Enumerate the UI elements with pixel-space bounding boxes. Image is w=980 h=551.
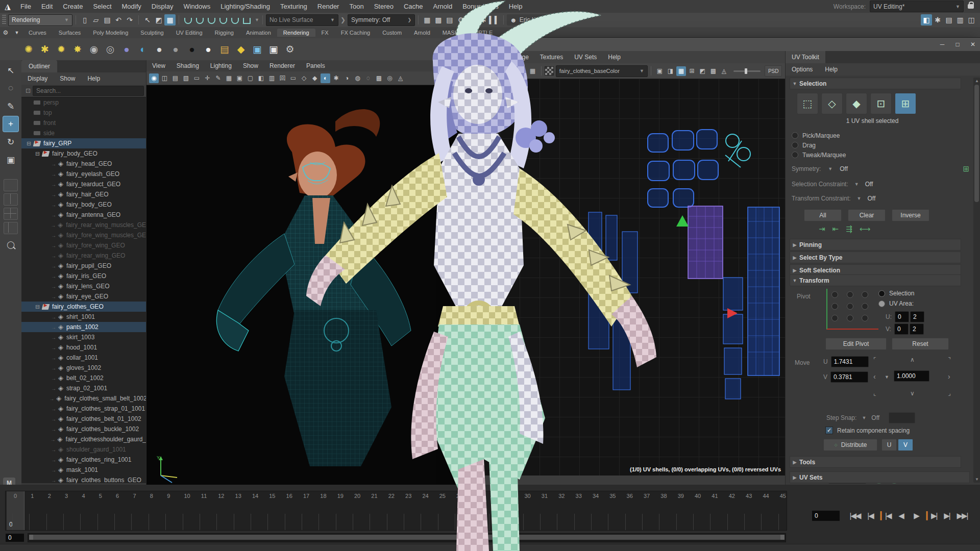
move-v-field[interactable]: 0.3781 (830, 371, 868, 383)
uv-dim-image-icon[interactable]: ◨ (666, 66, 675, 76)
account-menu[interactable]: ☻ Eric Keller ▼ (507, 14, 560, 26)
outliner-item[interactable]: ⊟→ ◈ shirt_1001 (21, 312, 146, 322)
shelf-paint-icon[interactable]: ◆ (233, 42, 249, 57)
menubar-item[interactable]: Arnold (428, 3, 458, 10)
go-to-end-button[interactable]: ▶▶| (954, 509, 970, 522)
reset-pivot-button[interactable]: Reset (892, 338, 949, 350)
outliner-tab[interactable]: Outliner (21, 60, 57, 72)
uv-editor-menu-item[interactable]: Textures (534, 54, 569, 61)
hypershade-icon[interactable]: ◐ (467, 14, 478, 26)
uv-cut-icon[interactable]: ✂ (506, 66, 516, 76)
nudge-down-right-icon[interactable]: ⌟ (948, 390, 951, 397)
select-component-icon[interactable]: ▦ (164, 14, 176, 26)
viewport-menu-item[interactable]: View (146, 62, 171, 69)
step-forward-frame-button[interactable]: ▶| (939, 509, 954, 522)
pivot-uvarea-radio[interactable]: UV Area: (878, 300, 914, 307)
symmetry-selector[interactable]: Symmetry: Off❯ (348, 14, 415, 26)
time-slider[interactable]: 0 01234567891011121314151617181920212223… (5, 491, 787, 531)
attribute-editor-icon[interactable]: ▤ (943, 14, 954, 26)
snap-to-view-plane-icon[interactable] (231, 18, 239, 24)
shelf-ramp-icon[interactable]: ▤ (217, 42, 232, 57)
viewport-menu-item[interactable]: Show (237, 62, 264, 69)
go-to-start-button[interactable]: |◀◀ (847, 509, 863, 522)
save-scene-icon[interactable]: ▤ (102, 14, 113, 26)
nudge-up-left-icon[interactable]: ⌜ (873, 356, 876, 363)
distribute-v-button[interactable]: V (898, 439, 913, 451)
uv-shell-mode-icon[interactable]: ⊞ (895, 93, 916, 114)
outliner-item[interactable]: ⊟→ fairy_clothes_GEO (21, 302, 146, 312)
symmetry-grid-icon[interactable]: ⊞ (963, 164, 969, 173)
range-slider[interactable]: 0 (5, 533, 786, 543)
shelf-directional-light-icon[interactable]: ✸ (70, 42, 85, 57)
uv-point-mode-icon[interactable]: ⊡ (870, 93, 892, 114)
outliner-item[interactable]: ⊟→ ◈ belt_02_1002 (21, 373, 146, 383)
viewport-wireframe-icon[interactable]: ◇ (299, 73, 309, 83)
select-tool-icon[interactable]: ↖ (3, 63, 18, 78)
nudge-right-icon[interactable]: › (948, 372, 950, 381)
outliner-item[interactable]: ⊟→ ◈ fairy_iris_GEO (21, 271, 146, 281)
outliner-item[interactable]: ⊟→ ◈ fairy_clothes_strap_01_1001 (21, 404, 146, 414)
shelf-ipr-icon[interactable]: ▣ (266, 42, 281, 57)
pick-mode-radio[interactable]: Tweak/Marquee (792, 150, 846, 160)
viewport-isolate-select-icon[interactable]: ◬ (396, 73, 405, 83)
select-shell-icon[interactable]: ⇶ (846, 224, 852, 234)
viewport-safe-title-icon[interactable]: ▭ (288, 73, 298, 83)
uv-display-rgb-icon[interactable]: ▣ (655, 66, 665, 76)
shelf-camera-aim-icon[interactable]: ◎ (103, 42, 118, 57)
outliner-item[interactable]: ⊟→ ◈ fairy_clothesshoulder_gaurd_ (21, 434, 146, 444)
viewport-menu-item[interactable]: Panels (301, 62, 331, 69)
menubar-item[interactable]: Modify (117, 3, 146, 10)
menubar-item[interactable]: File (15, 3, 36, 10)
viewport-image-plane-icon[interactable]: ▭ (192, 73, 202, 83)
uv-toolkit-tab[interactable]: UV Toolkit (786, 51, 825, 63)
workspace-selector[interactable]: UV Editing*▼ (870, 1, 964, 12)
shelf-shading-sphere-icon[interactable]: ● (119, 42, 134, 57)
outliner-item[interactable]: ⊟→ ◈ fairy_eye_GEO (21, 291, 146, 302)
uv-area-u-max-field[interactable]: 2 (910, 311, 924, 322)
outliner-item[interactable]: ⊟→ persp (21, 97, 146, 108)
outliner-item[interactable]: ⊟→ ◈ fairy_tearduct_GEO (21, 179, 146, 189)
snap-to-curve-icon[interactable] (196, 18, 204, 24)
select-hierarchy-icon[interactable]: ↖ (142, 14, 153, 26)
new-scene-icon[interactable]: ▯ (79, 14, 90, 26)
menubar-item[interactable]: Display (146, 3, 179, 10)
viewport-grease-pencil-icon[interactable]: ✎ (213, 73, 223, 83)
outliner-item[interactable]: ⊟→ ◈ fairy_clothes_buckle_1002 (21, 424, 146, 434)
uv-distortion-icon[interactable]: ◬ (719, 66, 729, 76)
shelf-tab[interactable]: FX (315, 29, 335, 37)
snap-to-point-icon[interactable] (208, 18, 215, 24)
shelf-area-light-icon[interactable]: ✹ (54, 42, 69, 57)
outliner-menu-item[interactable]: Show (54, 75, 81, 82)
uv-flip-v-icon[interactable]: ⇅ (474, 66, 484, 76)
nudge-up-right-icon[interactable]: ⌝ (948, 356, 951, 363)
outliner-item[interactable]: ⊟→ ◈ gloves_1002 (21, 363, 146, 373)
channel-box-icon[interactable]: ◫ (966, 14, 977, 26)
minimize-button[interactable]: ─ (935, 39, 950, 49)
outliner-item[interactable]: ⊟→ ◈ fairy_clothes_belt_01_1002 (21, 414, 146, 424)
outliner-item[interactable]: ⊟→ ◈ fairy_pupil_GEO (21, 261, 146, 271)
viewport-field-chart-icon[interactable]: ▥ (267, 73, 277, 83)
outliner-search-input[interactable] (33, 86, 144, 96)
outliner-item[interactable]: ⊟→ side (21, 128, 146, 138)
uv-checker-map-icon[interactable]: ▩ (708, 66, 718, 76)
section-uv-sets-header[interactable]: ▶UV Sets (790, 471, 970, 483)
uv-editor-menu-item[interactable]: Help (602, 54, 626, 61)
uv-editor-menu-item[interactable]: UV Sets (569, 54, 602, 61)
rotate-tool-icon[interactable]: ↻ (3, 134, 18, 149)
viewport-screenspace-ao-icon[interactable]: ◍ (353, 73, 362, 83)
outliner-item[interactable]: ⊟→ ◈ collar_1001 (21, 353, 146, 363)
collapsed-section-header[interactable]: ▶Select By Type (790, 252, 961, 263)
render-view-icon[interactable]: ▦ (422, 14, 433, 26)
zoom-tool-icon[interactable]: ◯ (3, 237, 18, 252)
uv-editor-titlebar[interactable]: UV Editor ─□✕ (460, 38, 980, 52)
shelf-tab[interactable]: TURTLE (465, 29, 499, 37)
pivot-selection-radio[interactable]: Selection (878, 290, 914, 297)
shelf-tab[interactable]: Poly Modeling (87, 29, 134, 37)
shelf-tab-selector-icon[interactable]: ▼ (11, 27, 22, 38)
viewport-camera-select-icon[interactable]: ◉ (149, 73, 159, 83)
render-sequence-icon[interactable]: ▤ (444, 14, 455, 26)
viewport-textured-icon[interactable]: ◐ (321, 73, 330, 83)
outliner-item[interactable]: ⊟→ ◈ fairy_fore_wing_muscles_GE (21, 230, 146, 240)
pick-mode-radio[interactable]: Drag (792, 140, 846, 150)
outliner-item[interactable]: ⊟→ ◈ fairy_fore_wing_GEO (21, 240, 146, 251)
